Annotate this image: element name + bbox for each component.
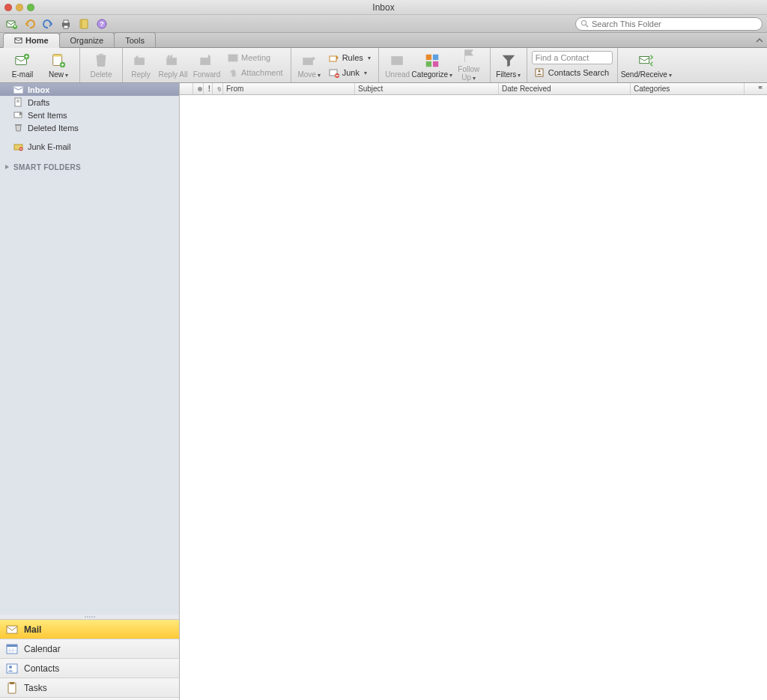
chevron-down-icon: ▾ bbox=[473, 75, 476, 82]
junk-folder-icon bbox=[13, 141, 23, 151]
col-from-label: From bbox=[226, 85, 243, 93]
ribbon-group-respond: Reply Reply All Forward Meeting Attachme… bbox=[123, 48, 291, 82]
tab-tools-label: Tools bbox=[125, 36, 145, 45]
ribbon-group-find: Find a Contact Contacts Search bbox=[527, 48, 618, 82]
message-list-body[interactable] bbox=[180, 95, 767, 700]
svg-line-10 bbox=[586, 25, 588, 27]
collapse-ribbon-button[interactable] bbox=[752, 34, 767, 47]
svg-point-53 bbox=[9, 666, 12, 669]
attachment-button-label: Attachment bbox=[241, 68, 283, 77]
col-read-status[interactable] bbox=[193, 83, 204, 94]
folder-inbox[interactable]: Inbox bbox=[0, 83, 179, 96]
delete-button[interactable]: Delete bbox=[83, 49, 119, 81]
find-contact-input[interactable]: Find a Contact bbox=[532, 51, 613, 64]
folder-deleted[interactable]: Deleted Items bbox=[0, 121, 179, 134]
junk-icon bbox=[329, 67, 339, 78]
reply-icon bbox=[133, 52, 149, 69]
tab-home[interactable]: Home bbox=[3, 33, 60, 48]
close-window-button[interactable] bbox=[4, 4, 12, 11]
help-qat-button[interactable]: ? bbox=[94, 17, 109, 31]
attachment-button[interactable]: Attachment bbox=[225, 66, 286, 79]
window-title: Inbox bbox=[372, 2, 394, 13]
ribbon-group-move: Move▾ Rules▾ Junk▾ bbox=[291, 48, 379, 82]
nav-calendar-label: Calendar bbox=[24, 644, 61, 654]
svg-point-9 bbox=[581, 20, 586, 25]
svg-rect-6 bbox=[80, 19, 82, 28]
rules-button[interactable]: Rules▾ bbox=[326, 51, 374, 64]
col-categories[interactable]: Categories bbox=[631, 83, 745, 94]
ribbon-group-new: E-mail New▾ bbox=[1, 48, 80, 82]
unread-button[interactable]: Unread bbox=[382, 49, 413, 81]
follow-up-button[interactable]: Follow Up▾ bbox=[451, 49, 487, 81]
reply-button[interactable]: Reply bbox=[126, 49, 156, 81]
print-qat-button[interactable] bbox=[58, 17, 73, 31]
col-date[interactable]: Date Received bbox=[499, 83, 631, 94]
svg-rect-46 bbox=[7, 626, 17, 633]
col-from[interactable]: From bbox=[223, 83, 355, 94]
forward-button[interactable]: Forward bbox=[190, 49, 223, 81]
svg-rect-20 bbox=[167, 58, 177, 64]
nav-tasks[interactable]: Tasks bbox=[0, 678, 179, 698]
email-button[interactable]: E-mail bbox=[4, 49, 40, 81]
my-day-qat-button[interactable] bbox=[76, 17, 91, 31]
send-receive-qat-button[interactable] bbox=[4, 17, 19, 31]
follow-up-button-label: Follow Up bbox=[458, 65, 479, 82]
col-conversation[interactable] bbox=[180, 83, 193, 94]
folder-sent[interactable]: Sent Items bbox=[0, 109, 179, 121]
tab-organize[interactable]: Organize bbox=[59, 32, 115, 47]
email-button-label: E-mail bbox=[12, 70, 33, 79]
svg-rect-23 bbox=[228, 55, 237, 56]
col-flag[interactable] bbox=[745, 83, 767, 94]
folder-drafts[interactable]: Drafts bbox=[0, 96, 179, 109]
col-attachment[interactable] bbox=[213, 83, 223, 94]
folder-search-input[interactable] bbox=[592, 19, 757, 28]
folder-junk[interactable]: Junk E-mail bbox=[0, 140, 179, 153]
zoom-window-button[interactable] bbox=[27, 4, 34, 11]
inbox-icon bbox=[13, 85, 23, 94]
svg-rect-33 bbox=[433, 61, 438, 66]
svg-point-1 bbox=[13, 25, 17, 29]
smart-folders-label: SMART FOLDERS bbox=[13, 163, 81, 171]
smart-folders-header[interactable]: SMART FOLDERS bbox=[0, 160, 179, 174]
message-list-pane: ! From Subject Date Received Categories bbox=[180, 83, 767, 700]
contacts-search-button[interactable]: Contacts Search bbox=[532, 66, 613, 79]
tasks-nav-icon bbox=[6, 682, 18, 694]
filters-button[interactable]: Filters▾ bbox=[494, 49, 524, 81]
reply-all-button[interactable]: Reply All bbox=[156, 49, 190, 81]
minimize-window-button[interactable] bbox=[16, 4, 23, 11]
mail-nav-icon bbox=[6, 624, 18, 636]
nav-calendar[interactable]: Calendar bbox=[0, 639, 179, 659]
disclosure-triangle-icon bbox=[4, 164, 10, 170]
folder-search[interactable] bbox=[575, 17, 763, 31]
undo-qat-button[interactable] bbox=[22, 17, 37, 31]
move-icon bbox=[301, 52, 318, 69]
tab-tools[interactable]: Tools bbox=[114, 32, 156, 47]
reply-button-label: Reply bbox=[131, 70, 151, 79]
sent-icon bbox=[13, 110, 23, 120]
col-subject[interactable]: Subject bbox=[355, 83, 499, 94]
svg-text:?: ? bbox=[100, 20, 104, 28]
new-button[interactable]: New▾ bbox=[40, 49, 76, 81]
folder-inbox-label: Inbox bbox=[28, 85, 49, 94]
move-button[interactable]: Move▾ bbox=[294, 49, 324, 81]
svg-rect-31 bbox=[433, 54, 438, 59]
nav-mail[interactable]: Mail bbox=[0, 620, 179, 639]
svg-rect-18 bbox=[99, 54, 103, 55]
nav-contacts-label: Contacts bbox=[24, 663, 59, 674]
read-status-icon bbox=[197, 86, 203, 92]
svg-rect-30 bbox=[426, 54, 431, 59]
move-button-label: Move bbox=[297, 70, 315, 79]
svg-point-57 bbox=[198, 87, 202, 91]
col-priority[interactable]: ! bbox=[204, 83, 213, 94]
nav-contacts[interactable]: Contacts bbox=[0, 659, 179, 678]
junk-button[interactable]: Junk▾ bbox=[326, 66, 374, 79]
chevron-down-icon: ▾ bbox=[518, 72, 521, 79]
svg-rect-32 bbox=[426, 61, 431, 66]
unread-icon bbox=[389, 52, 406, 69]
categorize-button[interactable]: Categorize▾ bbox=[413, 49, 451, 81]
meeting-button[interactable]: Meeting bbox=[225, 51, 286, 64]
redo-qat-button[interactable] bbox=[40, 17, 55, 31]
new-item-icon bbox=[50, 52, 67, 69]
folder-deleted-label: Deleted Items bbox=[28, 124, 79, 133]
send-receive-button[interactable]: Send/Receive▾ bbox=[621, 49, 672, 81]
